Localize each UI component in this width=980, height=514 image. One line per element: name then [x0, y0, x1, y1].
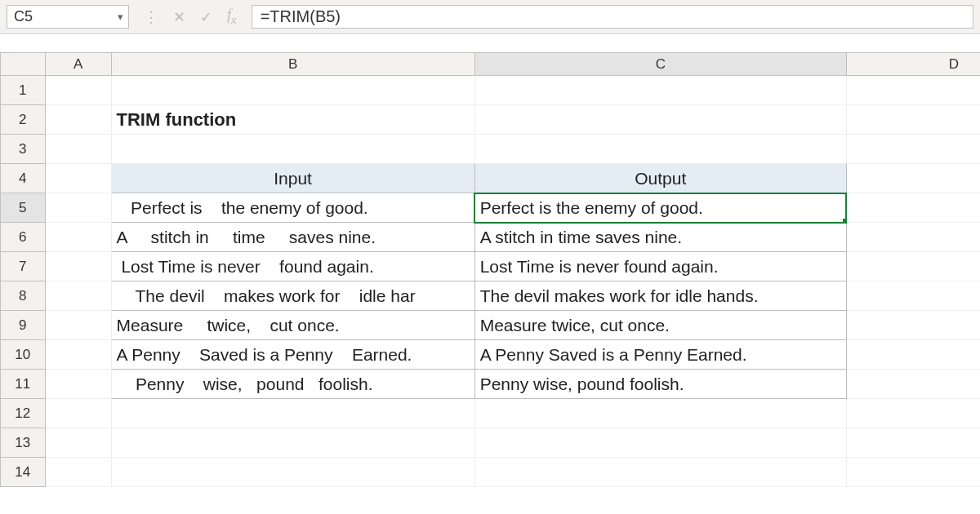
cell[interactable] — [45, 105, 111, 135]
cell-input[interactable]: A Penny Saved is a Penny Earned. — [111, 340, 474, 370]
col-header-C[interactable]: C — [474, 53, 846, 76]
cell[interactable] — [474, 135, 846, 164]
cell[interactable] — [846, 281, 980, 311]
cell[interactable] — [474, 105, 846, 135]
row-header-5[interactable]: 5 — [1, 193, 46, 223]
cell[interactable] — [846, 340, 980, 370]
cell-output-selected[interactable]: Perfect is the enemy of good. — [474, 193, 846, 223]
cell-input[interactable]: A stitch in time saves nine. — [111, 223, 474, 252]
cell-output[interactable]: A stitch in time saves nine. — [474, 223, 846, 252]
cell[interactable] — [846, 76, 980, 105]
cell[interactable] — [45, 311, 111, 340]
cell-output[interactable]: The devil makes work for idle hands. — [474, 281, 846, 311]
row-header-10[interactable]: 10 — [1, 340, 46, 370]
row-header-8[interactable]: 8 — [1, 281, 46, 311]
cell-input[interactable]: Lost Time is never found again. — [111, 252, 474, 281]
cell[interactable] — [846, 311, 980, 340]
name-box[interactable]: C5 ▾ — [7, 5, 129, 29]
row-header-14[interactable]: 14 — [1, 458, 46, 487]
row-header-2[interactable]: 2 — [1, 105, 46, 135]
enter-icon[interactable]: ✓ — [200, 8, 212, 26]
cell[interactable] — [45, 370, 111, 399]
cell[interactable] — [474, 399, 846, 428]
cell[interactable] — [45, 193, 111, 223]
formula-bar-row: C5 ▾ ⋮ ✕ ✓ fx =TRIM(B5) — [0, 0, 980, 34]
cell-input[interactable]: Perfect is the enemy of good. — [111, 193, 474, 223]
col-header-D[interactable]: D — [846, 53, 980, 76]
page-title[interactable]: TRIM function — [111, 105, 474, 135]
cell[interactable] — [111, 135, 474, 164]
cell[interactable] — [474, 428, 846, 458]
row-header-4[interactable]: 4 — [1, 164, 46, 193]
cell[interactable] — [111, 76, 474, 105]
cell[interactable] — [45, 223, 111, 252]
cell[interactable] — [45, 399, 111, 428]
cell[interactable] — [846, 164, 980, 193]
table-header-output[interactable]: Output — [474, 164, 846, 193]
cell[interactable] — [45, 76, 111, 105]
cell[interactable] — [846, 458, 980, 487]
row-header-12[interactable]: 12 — [1, 399, 46, 428]
cell[interactable] — [846, 370, 980, 399]
cell-input[interactable]: Measure twice, cut once. — [111, 311, 474, 340]
cell[interactable] — [45, 252, 111, 281]
spreadsheet-grid[interactable]: A B C D 1 2 TRIM function 3 4 — [0, 52, 980, 514]
row-header-9[interactable]: 9 — [1, 311, 46, 340]
cell[interactable] — [846, 252, 980, 281]
cell[interactable] — [846, 399, 980, 428]
cell[interactable] — [45, 281, 111, 311]
cell[interactable] — [474, 458, 846, 487]
cell[interactable] — [45, 135, 111, 164]
row-header-3[interactable]: 3 — [1, 135, 46, 164]
column-header-row: A B C D — [1, 53, 981, 76]
cell[interactable] — [45, 340, 111, 370]
formula-bar-buttons: ⋮ ✕ ✓ fx — [136, 5, 245, 29]
name-box-dropdown-icon[interactable]: ▾ — [118, 11, 123, 23]
cell[interactable] — [846, 428, 980, 458]
row-header-13[interactable]: 13 — [1, 428, 46, 458]
cancel-icon[interactable]: ✕ — [173, 8, 185, 26]
row-header-11[interactable]: 11 — [1, 370, 46, 399]
row-header-6[interactable]: 6 — [1, 223, 46, 252]
cell[interactable] — [846, 193, 980, 223]
select-all-corner[interactable] — [1, 53, 46, 76]
cell[interactable] — [474, 76, 846, 105]
cell[interactable] — [111, 399, 474, 428]
cell-output[interactable]: Penny wise, pound foolish. — [474, 370, 846, 399]
col-header-B[interactable]: B — [111, 53, 474, 76]
cell[interactable] — [846, 105, 980, 135]
cell-input[interactable]: The devil makes work for idle har — [111, 281, 474, 311]
cell[interactable] — [45, 458, 111, 487]
col-header-A[interactable]: A — [45, 53, 111, 76]
cell-output[interactable]: Lost Time is never found again. — [474, 252, 846, 281]
name-box-value: C5 — [14, 8, 33, 25]
cell[interactable] — [846, 135, 980, 164]
cell[interactable] — [45, 164, 111, 193]
cell-input[interactable]: Penny wise, pound foolish. — [111, 370, 474, 399]
cell[interactable] — [111, 428, 474, 458]
cell[interactable] — [846, 223, 980, 252]
cell-output[interactable]: A Penny Saved is a Penny Earned. — [474, 340, 846, 370]
formula-text: =TRIM(B5) — [261, 7, 341, 26]
dots-icon: ⋮ — [144, 8, 158, 26]
row-header-1[interactable]: 1 — [1, 76, 46, 105]
toolbar-spacer — [0, 34, 980, 52]
cell[interactable] — [45, 428, 111, 458]
fx-icon[interactable]: fx — [227, 7, 237, 27]
cell[interactable] — [111, 458, 474, 487]
table-header-input[interactable]: Input — [111, 164, 474, 193]
row-header-7[interactable]: 7 — [1, 252, 46, 281]
cell-output[interactable]: Measure twice, cut once. — [474, 311, 846, 340]
formula-input[interactable]: =TRIM(B5) — [252, 5, 973, 29]
